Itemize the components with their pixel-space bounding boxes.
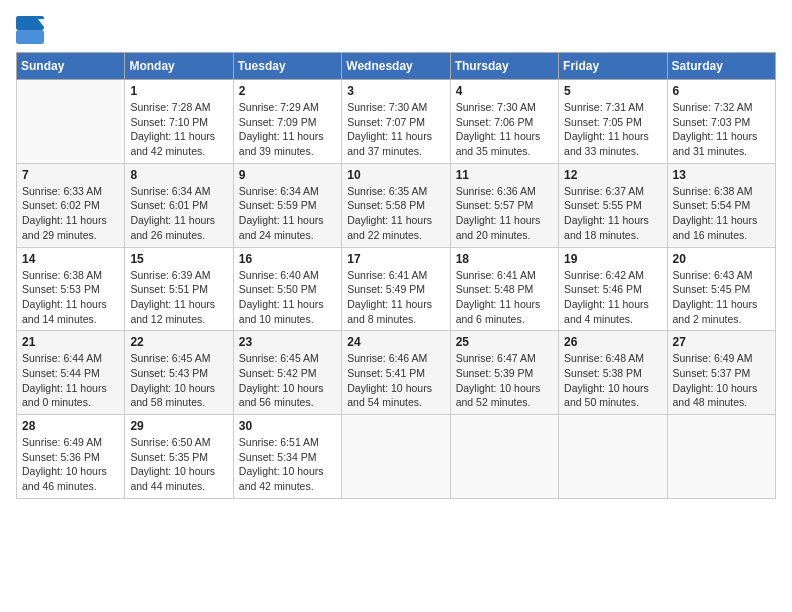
day-info: Sunrise: 6:48 AM Sunset: 5:38 PM Dayligh…	[564, 351, 661, 410]
day-info: Sunrise: 7:32 AM Sunset: 7:03 PM Dayligh…	[673, 100, 770, 159]
calendar-cell: 23Sunrise: 6:45 AM Sunset: 5:42 PM Dayli…	[233, 331, 341, 415]
day-info: Sunrise: 6:38 AM Sunset: 5:54 PM Dayligh…	[673, 184, 770, 243]
calendar-cell: 9Sunrise: 6:34 AM Sunset: 5:59 PM Daylig…	[233, 163, 341, 247]
day-info: Sunrise: 6:51 AM Sunset: 5:34 PM Dayligh…	[239, 435, 336, 494]
calendar-cell: 13Sunrise: 6:38 AM Sunset: 5:54 PM Dayli…	[667, 163, 775, 247]
calendar-cell: 11Sunrise: 6:36 AM Sunset: 5:57 PM Dayli…	[450, 163, 558, 247]
calendar-cell: 14Sunrise: 6:38 AM Sunset: 5:53 PM Dayli…	[17, 247, 125, 331]
calendar-cell: 6Sunrise: 7:32 AM Sunset: 7:03 PM Daylig…	[667, 80, 775, 164]
day-info: Sunrise: 6:42 AM Sunset: 5:46 PM Dayligh…	[564, 268, 661, 327]
calendar-cell: 17Sunrise: 6:41 AM Sunset: 5:49 PM Dayli…	[342, 247, 450, 331]
day-number: 3	[347, 84, 444, 98]
day-info: Sunrise: 6:37 AM Sunset: 5:55 PM Dayligh…	[564, 184, 661, 243]
day-info: Sunrise: 6:45 AM Sunset: 5:43 PM Dayligh…	[130, 351, 227, 410]
day-number: 18	[456, 252, 553, 266]
calendar-cell: 24Sunrise: 6:46 AM Sunset: 5:41 PM Dayli…	[342, 331, 450, 415]
day-info: Sunrise: 6:33 AM Sunset: 6:02 PM Dayligh…	[22, 184, 119, 243]
column-header-monday: Monday	[125, 53, 233, 80]
calendar-cell	[559, 415, 667, 499]
day-number: 17	[347, 252, 444, 266]
day-info: Sunrise: 6:43 AM Sunset: 5:45 PM Dayligh…	[673, 268, 770, 327]
calendar-cell: 3Sunrise: 7:30 AM Sunset: 7:07 PM Daylig…	[342, 80, 450, 164]
day-number: 5	[564, 84, 661, 98]
day-info: Sunrise: 6:47 AM Sunset: 5:39 PM Dayligh…	[456, 351, 553, 410]
calendar-cell: 30Sunrise: 6:51 AM Sunset: 5:34 PM Dayli…	[233, 415, 341, 499]
day-number: 2	[239, 84, 336, 98]
day-number: 27	[673, 335, 770, 349]
day-number: 10	[347, 168, 444, 182]
calendar-cell: 5Sunrise: 7:31 AM Sunset: 7:05 PM Daylig…	[559, 80, 667, 164]
calendar-cell: 19Sunrise: 6:42 AM Sunset: 5:46 PM Dayli…	[559, 247, 667, 331]
day-number: 25	[456, 335, 553, 349]
column-header-friday: Friday	[559, 53, 667, 80]
calendar-cell	[667, 415, 775, 499]
day-info: Sunrise: 7:30 AM Sunset: 7:06 PM Dayligh…	[456, 100, 553, 159]
calendar-cell: 2Sunrise: 7:29 AM Sunset: 7:09 PM Daylig…	[233, 80, 341, 164]
logo	[16, 16, 48, 44]
calendar-cell: 4Sunrise: 7:30 AM Sunset: 7:06 PM Daylig…	[450, 80, 558, 164]
day-number: 1	[130, 84, 227, 98]
day-info: Sunrise: 6:38 AM Sunset: 5:53 PM Dayligh…	[22, 268, 119, 327]
column-header-sunday: Sunday	[17, 53, 125, 80]
column-header-thursday: Thursday	[450, 53, 558, 80]
day-number: 6	[673, 84, 770, 98]
day-number: 26	[564, 335, 661, 349]
logo-icon	[16, 16, 44, 44]
day-number: 15	[130, 252, 227, 266]
calendar-cell: 27Sunrise: 6:49 AM Sunset: 5:37 PM Dayli…	[667, 331, 775, 415]
day-info: Sunrise: 6:39 AM Sunset: 5:51 PM Dayligh…	[130, 268, 227, 327]
day-info: Sunrise: 7:29 AM Sunset: 7:09 PM Dayligh…	[239, 100, 336, 159]
column-header-tuesday: Tuesday	[233, 53, 341, 80]
day-number: 16	[239, 252, 336, 266]
calendar-body: 1Sunrise: 7:28 AM Sunset: 7:10 PM Daylig…	[17, 80, 776, 499]
day-number: 19	[564, 252, 661, 266]
calendar-cell: 10Sunrise: 6:35 AM Sunset: 5:58 PM Dayli…	[342, 163, 450, 247]
calendar-cell: 16Sunrise: 6:40 AM Sunset: 5:50 PM Dayli…	[233, 247, 341, 331]
calendar-cell	[450, 415, 558, 499]
header	[16, 16, 776, 44]
calendar-week-3: 14Sunrise: 6:38 AM Sunset: 5:53 PM Dayli…	[17, 247, 776, 331]
calendar-cell: 15Sunrise: 6:39 AM Sunset: 5:51 PM Dayli…	[125, 247, 233, 331]
day-info: Sunrise: 6:46 AM Sunset: 5:41 PM Dayligh…	[347, 351, 444, 410]
day-number: 23	[239, 335, 336, 349]
calendar-cell: 18Sunrise: 6:41 AM Sunset: 5:48 PM Dayli…	[450, 247, 558, 331]
day-number: 20	[673, 252, 770, 266]
calendar-cell	[342, 415, 450, 499]
day-info: Sunrise: 6:49 AM Sunset: 5:36 PM Dayligh…	[22, 435, 119, 494]
day-number: 14	[22, 252, 119, 266]
calendar-table: SundayMondayTuesdayWednesdayThursdayFrid…	[16, 52, 776, 499]
calendar-week-1: 1Sunrise: 7:28 AM Sunset: 7:10 PM Daylig…	[17, 80, 776, 164]
day-info: Sunrise: 6:49 AM Sunset: 5:37 PM Dayligh…	[673, 351, 770, 410]
calendar-cell: 8Sunrise: 6:34 AM Sunset: 6:01 PM Daylig…	[125, 163, 233, 247]
calendar-week-2: 7Sunrise: 6:33 AM Sunset: 6:02 PM Daylig…	[17, 163, 776, 247]
column-header-wednesday: Wednesday	[342, 53, 450, 80]
calendar-cell	[17, 80, 125, 164]
day-number: 7	[22, 168, 119, 182]
calendar-cell: 7Sunrise: 6:33 AM Sunset: 6:02 PM Daylig…	[17, 163, 125, 247]
calendar-week-5: 28Sunrise: 6:49 AM Sunset: 5:36 PM Dayli…	[17, 415, 776, 499]
day-info: Sunrise: 6:34 AM Sunset: 5:59 PM Dayligh…	[239, 184, 336, 243]
calendar-cell: 25Sunrise: 6:47 AM Sunset: 5:39 PM Dayli…	[450, 331, 558, 415]
svg-rect-1	[16, 30, 44, 44]
calendar-cell: 22Sunrise: 6:45 AM Sunset: 5:43 PM Dayli…	[125, 331, 233, 415]
day-number: 4	[456, 84, 553, 98]
calendar-cell: 1Sunrise: 7:28 AM Sunset: 7:10 PM Daylig…	[125, 80, 233, 164]
calendar-cell: 29Sunrise: 6:50 AM Sunset: 5:35 PM Dayli…	[125, 415, 233, 499]
day-number: 24	[347, 335, 444, 349]
day-info: Sunrise: 6:40 AM Sunset: 5:50 PM Dayligh…	[239, 268, 336, 327]
day-info: Sunrise: 6:41 AM Sunset: 5:49 PM Dayligh…	[347, 268, 444, 327]
day-info: Sunrise: 7:31 AM Sunset: 7:05 PM Dayligh…	[564, 100, 661, 159]
day-info: Sunrise: 6:41 AM Sunset: 5:48 PM Dayligh…	[456, 268, 553, 327]
day-info: Sunrise: 6:36 AM Sunset: 5:57 PM Dayligh…	[456, 184, 553, 243]
day-number: 12	[564, 168, 661, 182]
day-info: Sunrise: 6:50 AM Sunset: 5:35 PM Dayligh…	[130, 435, 227, 494]
calendar-cell: 28Sunrise: 6:49 AM Sunset: 5:36 PM Dayli…	[17, 415, 125, 499]
calendar-cell: 26Sunrise: 6:48 AM Sunset: 5:38 PM Dayli…	[559, 331, 667, 415]
calendar-cell: 21Sunrise: 6:44 AM Sunset: 5:44 PM Dayli…	[17, 331, 125, 415]
day-number: 11	[456, 168, 553, 182]
day-number: 8	[130, 168, 227, 182]
calendar-week-4: 21Sunrise: 6:44 AM Sunset: 5:44 PM Dayli…	[17, 331, 776, 415]
calendar-cell: 12Sunrise: 6:37 AM Sunset: 5:55 PM Dayli…	[559, 163, 667, 247]
day-number: 28	[22, 419, 119, 433]
day-number: 9	[239, 168, 336, 182]
